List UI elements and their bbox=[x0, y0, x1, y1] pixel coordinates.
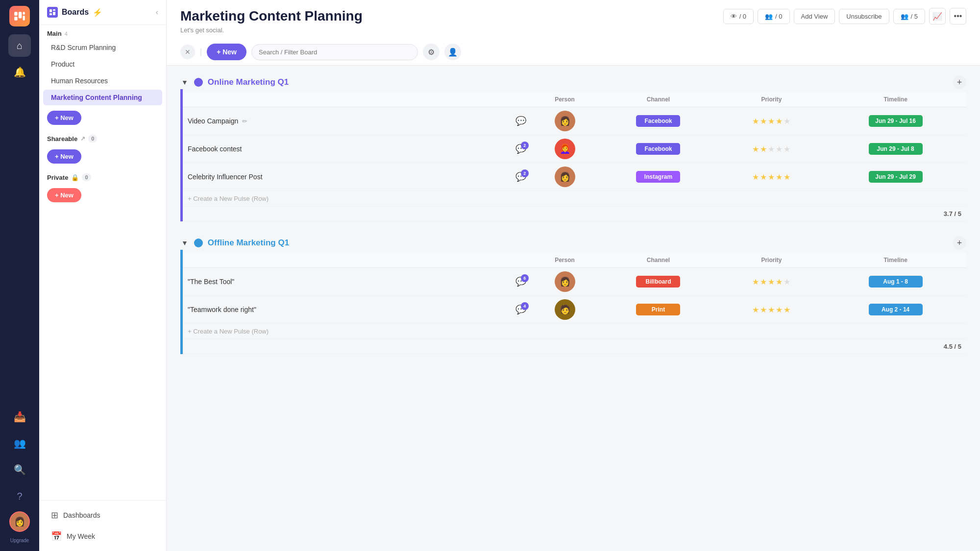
timeline-cell-1[interactable]: Jun 29 - Jul 8 bbox=[825, 135, 966, 163]
chat-bubble-1[interactable]: 💬 2 bbox=[515, 144, 526, 154]
people-icon: 👥 bbox=[765, 13, 773, 20]
avatar-0: 👩 bbox=[555, 111, 575, 131]
unsubscribe-button[interactable]: Unsubscribe bbox=[839, 9, 889, 24]
nav-home[interactable]: ⌂ bbox=[8, 34, 31, 57]
create-row-cell[interactable]: + Create a New Pulse (Row) bbox=[183, 191, 966, 207]
search-input[interactable] bbox=[251, 44, 418, 60]
sidebar-item-rnd[interactable]: R&D Scrum Planning bbox=[43, 40, 162, 55]
group-collapse-btn-online[interactable]: ▼ bbox=[180, 77, 189, 87]
chat-bubble-0[interactable]: 💬 6 bbox=[515, 276, 526, 287]
nav-help[interactable]: ? bbox=[8, 485, 31, 507]
rating-summary-row: 3.7 / 5 bbox=[183, 207, 966, 221]
timeline-badge-0: Aug 1 - 8 bbox=[869, 276, 923, 287]
filter-icon[interactable]: ⚙ bbox=[423, 44, 440, 60]
table-row: "The Best Tool" 💬 6 👩 Billboard ★★★★★ bbox=[183, 268, 966, 296]
star-3: ★ bbox=[768, 117, 775, 126]
members-button[interactable]: 👥 / 5 bbox=[893, 9, 925, 24]
row-name-cell-1: Facebook contest 💬 2 bbox=[183, 135, 531, 163]
star-2: ★ bbox=[760, 172, 767, 182]
svg-rect-5 bbox=[49, 9, 52, 12]
channel-cell-2[interactable]: Instagram bbox=[598, 163, 718, 191]
chat-bubble-1[interactable]: 💬 4 bbox=[515, 304, 526, 315]
avatar-1: 👩‍🦰 bbox=[555, 139, 575, 159]
edit-icon[interactable]: ✏ bbox=[242, 118, 247, 125]
sidebar-item-product[interactable]: Product bbox=[43, 56, 162, 72]
channel-cell-0[interactable]: Facebook bbox=[598, 107, 718, 135]
more-options-button[interactable]: ••• bbox=[950, 8, 966, 24]
star-3: ★ bbox=[768, 277, 775, 287]
nav-people[interactable]: 👥 bbox=[8, 432, 31, 455]
channel-badge-0: Billboard bbox=[636, 276, 680, 287]
stars-cell-0[interactable]: ★★★★★ bbox=[718, 268, 825, 296]
header-actions: 👁 / 0 👥 / 0 Add View Unsubscribe 👥 / 5 📈… bbox=[723, 8, 966, 24]
timeline-cell-2[interactable]: Jun 29 - Jul 29 bbox=[825, 163, 966, 191]
sidebar-collapse-btn[interactable]: ‹ bbox=[156, 8, 158, 17]
create-row[interactable]: + Create a New Pulse (Row) bbox=[183, 191, 966, 207]
group-table-online: Person Channel Priority Timeline Video C… bbox=[183, 92, 966, 221]
new-item-button[interactable]: + New bbox=[207, 44, 246, 60]
avatar-cell-1: 👩‍🦰 bbox=[531, 135, 599, 163]
channel-cell-1[interactable]: Print bbox=[598, 296, 718, 324]
shareable-new-button[interactable]: + New bbox=[47, 149, 81, 164]
star-3: ★ bbox=[768, 172, 775, 182]
create-row-cell[interactable]: + Create a New Pulse (Row) bbox=[183, 324, 966, 339]
eyes-icon: 👁 bbox=[731, 13, 737, 20]
nav-upgrade[interactable]: Upgrade bbox=[10, 536, 29, 545]
rating-summary-row: 4.5 / 5 bbox=[183, 339, 966, 354]
activity-button[interactable]: 📈 bbox=[929, 8, 946, 24]
group-header-online: ▼ Online Marketing Q1 + bbox=[180, 75, 966, 89]
group-dot-offline bbox=[194, 239, 203, 247]
star-5: ★ bbox=[784, 172, 790, 182]
board-subtitle: Let's get social. bbox=[180, 26, 966, 34]
chat-bubble-0[interactable]: 💬 bbox=[515, 116, 526, 126]
eyes-count-btn[interactable]: 👁 / 0 bbox=[723, 9, 754, 24]
col-name-offline bbox=[183, 253, 531, 268]
col-priority-offline: Priority bbox=[718, 253, 825, 268]
sidebar-item-hr[interactable]: Human Resources bbox=[43, 73, 162, 89]
nav-avatar[interactable]: 👩 bbox=[9, 511, 30, 532]
col-person-offline: Person bbox=[531, 253, 599, 268]
sidebar-dashboards[interactable]: ⊞ Dashboards bbox=[43, 505, 162, 526]
group-add-btn-online[interactable]: + bbox=[953, 75, 966, 89]
create-row[interactable]: + Create a New Pulse (Row) bbox=[183, 324, 966, 339]
channel-cell-0[interactable]: Billboard bbox=[598, 268, 718, 296]
rating-summary: 4.5 / 5 bbox=[718, 339, 966, 354]
app-logo[interactable] bbox=[9, 6, 30, 26]
timeline-cell-1[interactable]: Aug 2 - 14 bbox=[825, 296, 966, 324]
stars-cell-0[interactable]: ★★★★★ bbox=[718, 107, 825, 135]
stars-cell-1[interactable]: ★★★★★ bbox=[718, 296, 825, 324]
add-view-button[interactable]: Add View bbox=[794, 9, 835, 24]
main-new-button[interactable]: + New bbox=[47, 111, 81, 125]
group-add-btn-offline[interactable]: + bbox=[953, 236, 966, 250]
nav-bell[interactable]: 🔔 bbox=[8, 61, 31, 83]
star-1: ★ bbox=[752, 172, 759, 182]
nav-search[interactable]: 🔍 bbox=[8, 458, 31, 481]
close-filter-btn[interactable]: ✕ bbox=[180, 45, 195, 59]
page-title: Marketing Content Planning bbox=[180, 8, 363, 24]
timeline-cell-0[interactable]: Aug 1 - 8 bbox=[825, 268, 966, 296]
private-new-button[interactable]: + New bbox=[47, 188, 81, 202]
channel-cell-1[interactable]: Facebook bbox=[598, 135, 718, 163]
sidebar-title-row: Boards ⚡ bbox=[47, 7, 102, 18]
chat-bubble-2[interactable]: 💬 2 bbox=[515, 171, 526, 182]
stars-cell-2[interactable]: ★★★★★ bbox=[718, 163, 825, 191]
svg-rect-8 bbox=[53, 12, 55, 15]
nav-inbox[interactable]: 📥 bbox=[8, 406, 31, 428]
sidebar-my-week[interactable]: 📅 My Week bbox=[43, 526, 162, 547]
private-section: Private 🔒 0 bbox=[39, 168, 166, 183]
group-online-q1: ▼ Online Marketing Q1 + Person Channel P… bbox=[180, 75, 966, 221]
star-3: ★ bbox=[768, 305, 775, 314]
stars-cell-1[interactable]: ★★★★★ bbox=[718, 135, 825, 163]
sidebar-item-mcp[interactable]: Marketing Content Planning bbox=[43, 90, 162, 105]
row-name-cell-2: Celebrity Influencer Post 💬 2 bbox=[183, 163, 531, 191]
people-count-btn[interactable]: 👥 / 0 bbox=[758, 9, 789, 24]
person-filter-icon[interactable]: 👤 bbox=[444, 44, 461, 60]
group-table-offline: Person Channel Priority Timeline "The Be… bbox=[183, 253, 966, 354]
timeline-badge-1: Aug 2 - 14 bbox=[869, 304, 923, 315]
main-content: Marketing Content Planning 👁 / 0 👥 / 0 A… bbox=[167, 0, 980, 551]
timeline-cell-0[interactable]: Jun 29 - Jul 16 bbox=[825, 107, 966, 135]
timeline-badge-1: Jun 29 - Jul 8 bbox=[869, 143, 923, 155]
sidebar: Boards ⚡ ‹ Main 4 R&D Scrum Planning Pro… bbox=[39, 0, 167, 551]
group-collapse-btn-offline[interactable]: ▼ bbox=[180, 238, 189, 248]
sidebar-main-section: Main 4 bbox=[39, 25, 166, 39]
